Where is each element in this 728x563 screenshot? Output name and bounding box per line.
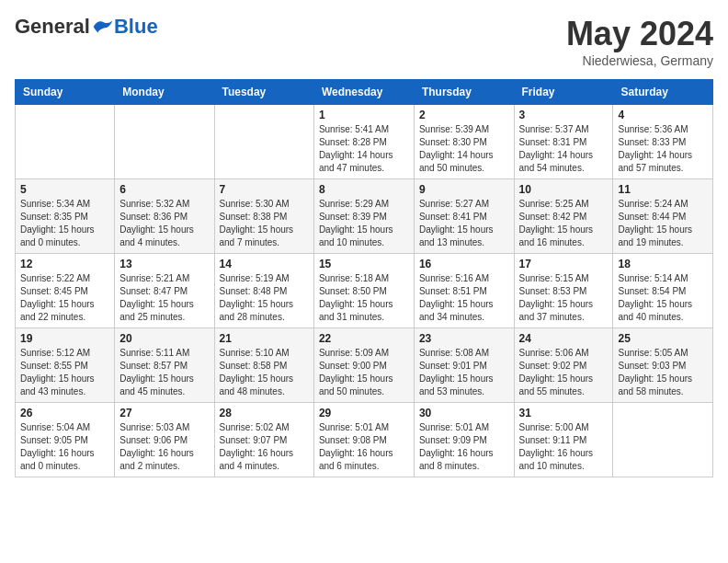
calendar-cell: 25Sunrise: 5:05 AM Sunset: 9:03 PM Dayli… — [613, 328, 713, 403]
day-info: Sunrise: 5:36 AM Sunset: 8:33 PM Dayligh… — [618, 123, 708, 175]
calendar-header-row: SundayMondayTuesdayWednesdayThursdayFrid… — [16, 80, 713, 105]
calendar-week-row: 19Sunrise: 5:12 AM Sunset: 8:55 PM Dayli… — [16, 328, 713, 403]
day-info: Sunrise: 5:30 AM Sunset: 8:38 PM Dayligh… — [220, 198, 309, 249]
calendar-cell: 8Sunrise: 5:29 AM Sunset: 8:39 PM Daylig… — [313, 179, 414, 254]
calendar-cell: 22Sunrise: 5:09 AM Sunset: 9:00 PM Dayli… — [313, 328, 414, 403]
day-info: Sunrise: 5:02 AM Sunset: 9:07 PM Dayligh… — [220, 421, 309, 473]
calendar-cell: 20Sunrise: 5:11 AM Sunset: 8:57 PM Dayli… — [115, 328, 214, 403]
calendar-cell: 12Sunrise: 5:22 AM Sunset: 8:45 PM Dayli… — [16, 254, 115, 328]
day-number: 24 — [519, 332, 609, 345]
day-number: 14 — [220, 258, 309, 270]
calendar-cell: 9Sunrise: 5:27 AM Sunset: 8:41 PM Daylig… — [414, 179, 514, 254]
day-info: Sunrise: 5:06 AM Sunset: 9:02 PM Dayligh… — [519, 347, 609, 398]
logo-bird-icon — [92, 17, 114, 36]
logo-general-text: General — [15, 15, 90, 39]
day-info: Sunrise: 5:29 AM Sunset: 8:39 PM Dayligh… — [319, 198, 409, 249]
day-info: Sunrise: 5:37 AM Sunset: 8:31 PM Dayligh… — [519, 123, 609, 175]
logo-blue-text: Blue — [114, 15, 158, 39]
day-info: Sunrise: 5:11 AM Sunset: 8:57 PM Dayligh… — [119, 347, 209, 398]
day-number: 4 — [618, 109, 708, 121]
day-info: Sunrise: 5:12 AM Sunset: 8:55 PM Dayligh… — [20, 347, 109, 398]
day-number: 1 — [319, 109, 409, 121]
day-info: Sunrise: 5:03 AM Sunset: 9:06 PM Dayligh… — [119, 421, 209, 473]
calendar-cell: 17Sunrise: 5:15 AM Sunset: 8:53 PM Dayli… — [514, 254, 613, 328]
calendar-cell: 31Sunrise: 5:00 AM Sunset: 9:11 PM Dayli… — [514, 403, 613, 477]
day-number: 15 — [319, 258, 409, 270]
calendar-cell: 30Sunrise: 5:01 AM Sunset: 9:09 PM Dayli… — [414, 403, 514, 477]
day-number: 12 — [20, 258, 109, 270]
day-number: 22 — [319, 332, 409, 345]
calendar-cell: 3Sunrise: 5:37 AM Sunset: 8:31 PM Daylig… — [514, 105, 613, 179]
calendar-cell — [115, 105, 214, 179]
title-section: May 2024 Niederwiesa, Germany — [566, 15, 713, 68]
day-number: 11 — [618, 183, 708, 196]
day-number: 20 — [119, 332, 209, 345]
day-number: 13 — [119, 258, 209, 270]
day-number: 16 — [419, 258, 509, 270]
day-info: Sunrise: 5:18 AM Sunset: 8:50 PM Dayligh… — [319, 272, 409, 324]
calendar-day-header: Saturday — [613, 80, 713, 105]
calendar-cell: 21Sunrise: 5:10 AM Sunset: 8:58 PM Dayli… — [214, 328, 313, 403]
day-number: 17 — [519, 258, 609, 270]
day-info: Sunrise: 5:39 AM Sunset: 8:30 PM Dayligh… — [419, 123, 509, 175]
day-info: Sunrise: 5:27 AM Sunset: 8:41 PM Dayligh… — [419, 198, 509, 249]
calendar-day-header: Thursday — [414, 80, 514, 105]
calendar-week-row: 5Sunrise: 5:34 AM Sunset: 8:35 PM Daylig… — [16, 179, 713, 254]
calendar-day-header: Friday — [514, 80, 613, 105]
calendar-cell: 10Sunrise: 5:25 AM Sunset: 8:42 PM Dayli… — [514, 179, 613, 254]
calendar-table: SundayMondayTuesdayWednesdayThursdayFrid… — [15, 79, 713, 477]
day-info: Sunrise: 5:16 AM Sunset: 8:51 PM Dayligh… — [419, 272, 509, 324]
calendar-cell: 7Sunrise: 5:30 AM Sunset: 8:38 PM Daylig… — [214, 179, 313, 254]
day-number: 6 — [119, 183, 209, 196]
day-number: 3 — [519, 109, 609, 121]
calendar-cell: 2Sunrise: 5:39 AM Sunset: 8:30 PM Daylig… — [414, 105, 514, 179]
calendar-cell: 15Sunrise: 5:18 AM Sunset: 8:50 PM Dayli… — [313, 254, 414, 328]
day-number: 8 — [319, 183, 409, 196]
day-info: Sunrise: 5:19 AM Sunset: 8:48 PM Dayligh… — [220, 272, 309, 324]
calendar-cell — [613, 403, 713, 477]
day-info: Sunrise: 5:15 AM Sunset: 8:53 PM Dayligh… — [519, 272, 609, 324]
day-info: Sunrise: 5:04 AM Sunset: 9:05 PM Dayligh… — [20, 421, 109, 473]
day-number: 9 — [419, 183, 509, 196]
calendar-day-header: Monday — [115, 80, 214, 105]
calendar-week-row: 1Sunrise: 5:41 AM Sunset: 8:28 PM Daylig… — [16, 105, 713, 179]
day-info: Sunrise: 5:21 AM Sunset: 8:47 PM Dayligh… — [119, 272, 209, 324]
day-info: Sunrise: 5:08 AM Sunset: 9:01 PM Dayligh… — [419, 347, 509, 398]
day-info: Sunrise: 5:09 AM Sunset: 9:00 PM Dayligh… — [319, 347, 409, 398]
page-header: General Blue May 2024 Niederwiesa, Germa… — [15, 15, 713, 68]
day-info: Sunrise: 5:00 AM Sunset: 9:11 PM Dayligh… — [519, 421, 609, 473]
calendar-cell: 5Sunrise: 5:34 AM Sunset: 8:35 PM Daylig… — [16, 179, 115, 254]
day-info: Sunrise: 5:01 AM Sunset: 9:08 PM Dayligh… — [319, 421, 409, 473]
calendar-cell: 11Sunrise: 5:24 AM Sunset: 8:44 PM Dayli… — [613, 179, 713, 254]
calendar-cell — [214, 105, 313, 179]
calendar-week-row: 26Sunrise: 5:04 AM Sunset: 9:05 PM Dayli… — [16, 403, 713, 477]
day-info: Sunrise: 5:41 AM Sunset: 8:28 PM Dayligh… — [319, 123, 409, 175]
month-title: May 2024 — [566, 15, 713, 53]
calendar-cell: 1Sunrise: 5:41 AM Sunset: 8:28 PM Daylig… — [313, 105, 414, 179]
day-info: Sunrise: 5:14 AM Sunset: 8:54 PM Dayligh… — [618, 272, 708, 324]
day-info: Sunrise: 5:25 AM Sunset: 8:42 PM Dayligh… — [519, 198, 609, 249]
day-number: 30 — [419, 407, 509, 419]
calendar-cell: 16Sunrise: 5:16 AM Sunset: 8:51 PM Dayli… — [414, 254, 514, 328]
calendar-day-header: Tuesday — [214, 80, 313, 105]
calendar-cell: 29Sunrise: 5:01 AM Sunset: 9:08 PM Dayli… — [313, 403, 414, 477]
day-info: Sunrise: 5:32 AM Sunset: 8:36 PM Dayligh… — [119, 198, 209, 249]
calendar-cell — [16, 105, 115, 179]
day-number: 31 — [519, 407, 609, 419]
calendar-cell: 6Sunrise: 5:32 AM Sunset: 8:36 PM Daylig… — [115, 179, 214, 254]
calendar-week-row: 12Sunrise: 5:22 AM Sunset: 8:45 PM Dayli… — [16, 254, 713, 328]
calendar-cell: 28Sunrise: 5:02 AM Sunset: 9:07 PM Dayli… — [214, 403, 313, 477]
day-number: 18 — [618, 258, 708, 270]
calendar-cell: 26Sunrise: 5:04 AM Sunset: 9:05 PM Dayli… — [16, 403, 115, 477]
calendar-cell: 18Sunrise: 5:14 AM Sunset: 8:54 PM Dayli… — [613, 254, 713, 328]
day-number: 10 — [519, 183, 609, 196]
day-number: 29 — [319, 407, 409, 419]
day-info: Sunrise: 5:24 AM Sunset: 8:44 PM Dayligh… — [618, 198, 708, 249]
day-info: Sunrise: 5:05 AM Sunset: 9:03 PM Dayligh… — [618, 347, 708, 398]
calendar-cell: 24Sunrise: 5:06 AM Sunset: 9:02 PM Dayli… — [514, 328, 613, 403]
day-number: 26 — [20, 407, 109, 419]
calendar-cell: 13Sunrise: 5:21 AM Sunset: 8:47 PM Dayli… — [115, 254, 214, 328]
calendar-cell: 23Sunrise: 5:08 AM Sunset: 9:01 PM Dayli… — [414, 328, 514, 403]
calendar-cell: 4Sunrise: 5:36 AM Sunset: 8:33 PM Daylig… — [613, 105, 713, 179]
day-number: 25 — [618, 332, 708, 345]
